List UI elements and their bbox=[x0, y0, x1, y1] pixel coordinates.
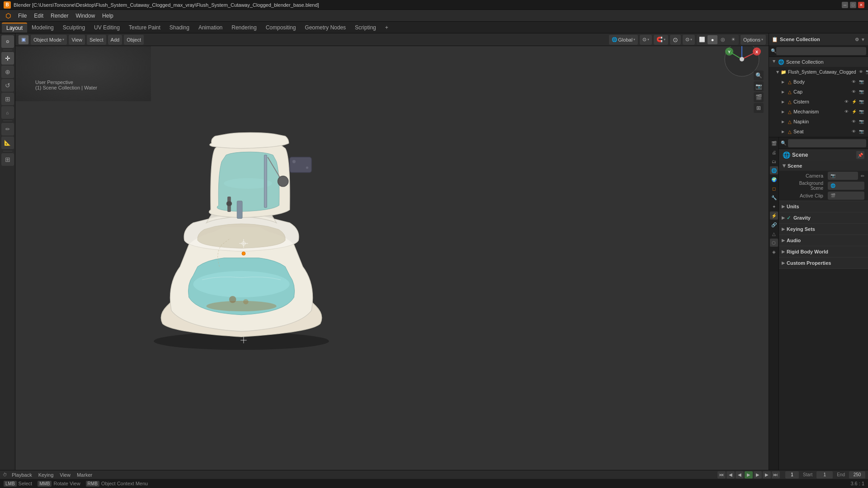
options-btn[interactable]: Options ▾ bbox=[741, 35, 766, 45]
tab-layout[interactable]: Layout bbox=[2, 23, 27, 33]
scale-tool[interactable]: ⊞ bbox=[1, 93, 14, 105]
transform-tool[interactable]: ⌂ bbox=[1, 106, 14, 119]
cap-vis-eye[interactable]: 👁 bbox=[852, 89, 858, 94]
menu-render[interactable]: Render bbox=[47, 11, 72, 21]
mech-vis-eye[interactable]: 👁 bbox=[844, 109, 851, 114]
move-tool[interactable]: ⊕ bbox=[1, 66, 14, 78]
tab-add[interactable]: + bbox=[381, 23, 393, 33]
pivot-btn[interactable]: ⊙ ▾ bbox=[640, 35, 652, 45]
object-menu-btn[interactable]: Object bbox=[124, 35, 144, 45]
tab-texture-paint[interactable]: Texture Paint bbox=[124, 23, 165, 33]
outliner-item-napkin[interactable]: ▶ △ Napkin 👁 📷 bbox=[769, 117, 868, 127]
visibility-render[interactable]: 📷 bbox=[865, 69, 868, 75]
seat-vis-eye[interactable]: 👁 bbox=[852, 129, 858, 134]
output-props-icon[interactable]: 🖨 bbox=[770, 148, 778, 156]
go-to-end-btn[interactable]: ⏭ bbox=[772, 471, 780, 479]
object-props-icon[interactable]: ◻ bbox=[770, 184, 778, 192]
scene-section-header[interactable]: ▶ Scene bbox=[779, 161, 868, 171]
menu-window[interactable]: Window bbox=[72, 11, 99, 21]
properties-pin-btn[interactable]: 📌 bbox=[856, 151, 864, 159]
tab-sculpting[interactable]: Sculpting bbox=[58, 23, 90, 33]
render-props-icon[interactable]: 🎬 bbox=[770, 139, 778, 147]
tab-uv-editing[interactable]: UV Editing bbox=[90, 23, 124, 33]
shader-icon[interactable]: ◈ bbox=[770, 248, 778, 256]
mech-restrict[interactable]: ⚡ bbox=[852, 109, 858, 114]
object-data-icon[interactable]: △ bbox=[770, 230, 778, 238]
keying-sets-header[interactable]: ▶ Keying Sets bbox=[779, 224, 868, 235]
timeline-icon[interactable]: ⏱ bbox=[3, 472, 7, 477]
view-menu-btn-tl[interactable]: View bbox=[58, 472, 72, 478]
rendered-btn[interactable]: ☀ bbox=[728, 35, 738, 44]
prev-keyframe-btn[interactable]: ◀ bbox=[726, 471, 735, 479]
outliner-item-cap[interactable]: ▶ △ Cap 👁 📷 bbox=[769, 87, 868, 97]
go-to-start-btn[interactable]: ⏮ bbox=[717, 471, 726, 479]
mode-select-btn[interactable]: ⊙ bbox=[1, 35, 14, 48]
prev-frame-btn[interactable]: ◀ bbox=[736, 471, 744, 479]
constraints-icon[interactable]: 🔗 bbox=[770, 221, 778, 229]
maximize-button[interactable]: □ bbox=[850, 2, 856, 8]
tab-compositing[interactable]: Compositing bbox=[261, 23, 301, 33]
material-btn[interactable]: ◎ bbox=[718, 35, 728, 44]
seat-vis-render[interactable]: 📷 bbox=[859, 129, 865, 134]
rotate-tool[interactable]: ↺ bbox=[1, 79, 14, 92]
cap-vis-render[interactable]: 📷 bbox=[859, 89, 865, 94]
units-section-header[interactable]: ▶ Units bbox=[779, 201, 868, 212]
menu-edit[interactable]: Edit bbox=[30, 11, 47, 21]
camera-value-field[interactable]: 📷 bbox=[828, 172, 858, 180]
body-vis-render[interactable]: 📷 bbox=[859, 80, 865, 84]
tab-animation[interactable]: Animation bbox=[194, 23, 227, 33]
gravity-checkbox[interactable]: ✓ bbox=[787, 215, 791, 221]
outliner-item-seat[interactable]: ▶ △ Seat 👁 📷 bbox=[769, 127, 868, 136]
current-frame-input[interactable]: 1 bbox=[785, 471, 799, 479]
cursor-tool[interactable]: ✛ bbox=[1, 52, 14, 65]
outliner-item-cistern[interactable]: ▶ △ Cistern 👁 ⚡ 📷 bbox=[769, 97, 868, 107]
camera-edit-btn[interactable]: ✏ bbox=[861, 174, 864, 178]
end-frame-input[interactable]: 250 bbox=[849, 471, 865, 479]
menu-blender[interactable]: ⬡ bbox=[2, 11, 14, 21]
next-frame-btn[interactable]: ▶ bbox=[754, 471, 762, 479]
start-frame-input[interactable]: 1 bbox=[816, 471, 833, 479]
material-icon[interactable]: ⬡ bbox=[770, 239, 778, 247]
tab-shading[interactable]: Shading bbox=[165, 23, 194, 33]
overlay-btn[interactable]: ⊙ ▾ bbox=[683, 35, 695, 45]
gravity-section-header[interactable]: ▶ ✓ Gravity bbox=[779, 212, 868, 223]
annotate-tool[interactable]: ✏ bbox=[1, 123, 14, 136]
outliner-root-item[interactable]: ▶ 📁 Flush_System_Cutaway_Clogged 👁 📷 bbox=[769, 67, 868, 77]
cistern-restrict[interactable]: ⚡ bbox=[852, 99, 858, 104]
3d-viewport[interactable]: User Perspective (1) Scene Collection | … bbox=[15, 33, 769, 470]
marker-menu-btn[interactable]: Marker bbox=[75, 472, 94, 478]
properties-search-input[interactable] bbox=[788, 139, 866, 147]
scene-props-icon[interactable]: 🌐 bbox=[770, 166, 778, 174]
snap-btn[interactable]: 🧲 ▾ bbox=[654, 35, 668, 45]
physics-icon[interactable]: ⚡ bbox=[770, 211, 778, 220]
cistern-vis-eye[interactable]: 👁 bbox=[844, 99, 851, 104]
select-menu-btn[interactable]: Select bbox=[87, 35, 106, 45]
mech-vis-render[interactable]: 📷 bbox=[859, 109, 865, 114]
tab-modeling[interactable]: Modeling bbox=[27, 23, 58, 33]
cistern-vis-render[interactable]: 📷 bbox=[859, 99, 865, 104]
tab-geometry-nodes[interactable]: Geometry Nodes bbox=[300, 23, 350, 33]
napkin-vis-eye[interactable]: 👁 bbox=[852, 119, 858, 124]
visibility-eye[interactable]: 👁 bbox=[858, 69, 864, 75]
custom-props-header[interactable]: ▶ Custom Properties bbox=[779, 258, 868, 268]
add-tool[interactable]: ⊞ bbox=[1, 153, 14, 166]
play-btn[interactable]: ▶ bbox=[745, 471, 753, 479]
solid-btn[interactable]: ● bbox=[708, 35, 717, 44]
outliner-filter-icon[interactable]: ⚙ bbox=[855, 37, 859, 42]
keying-menu-btn[interactable]: Keying bbox=[37, 472, 56, 478]
render-preview-btn[interactable]: 🎬 bbox=[754, 92, 764, 102]
zoom-btn[interactable]: 🔍 bbox=[754, 70, 764, 80]
modifier-props-icon[interactable]: 🔧 bbox=[770, 193, 778, 202]
world-props-icon[interactable]: 🌍 bbox=[770, 175, 778, 183]
napkin-vis-render[interactable]: 📷 bbox=[859, 119, 865, 124]
active-clip-value-field[interactable]: 🎬 bbox=[828, 192, 864, 200]
outliner-scene-collection[interactable]: ▶ 🌐 Scene Collection bbox=[769, 57, 868, 67]
grid-btn[interactable]: ⊞ bbox=[754, 103, 764, 113]
outliner-search-input[interactable] bbox=[776, 47, 866, 55]
proportional-btn[interactable]: ⊙ bbox=[670, 35, 681, 45]
outliner-item-mechanism[interactable]: ▶ △ Mechanism 👁 ⚡ 📷 bbox=[769, 107, 868, 117]
bg-scene-value-field[interactable]: 🌐 bbox=[828, 182, 864, 190]
body-vis-eye[interactable]: 👁 bbox=[852, 80, 858, 84]
audio-section-header[interactable]: ▶ Audio bbox=[779, 235, 868, 246]
outliner-options-icon[interactable]: ▼ bbox=[861, 37, 865, 42]
